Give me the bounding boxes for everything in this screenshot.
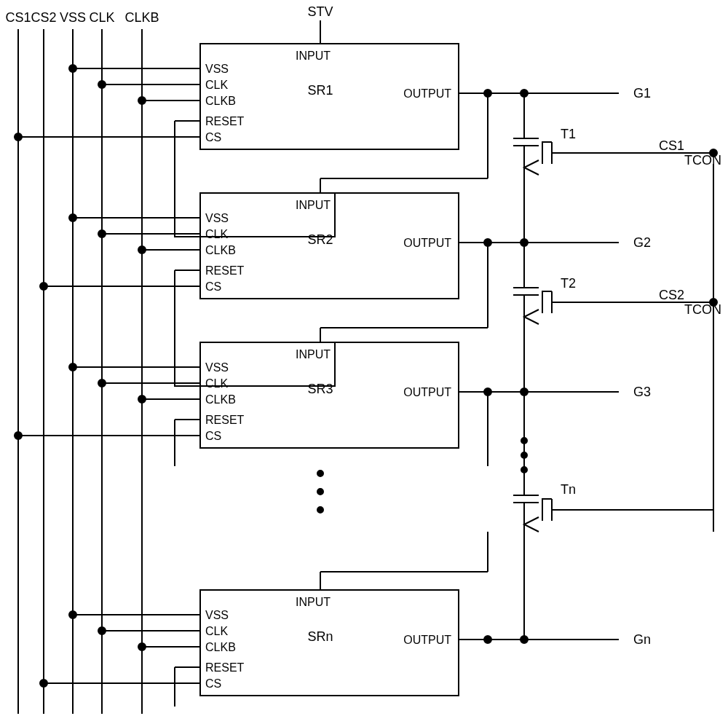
stv-label: STV — [307, 4, 333, 19]
bus-label-vss: VSS — [60, 10, 86, 25]
sr3-reset: RESET — [205, 414, 245, 426]
sr2-output-label: OUTPUT — [403, 237, 451, 249]
sr2-vss: VSS — [205, 212, 229, 224]
svg-point-71 — [317, 507, 323, 513]
svg-point-35 — [40, 283, 47, 290]
svg-point-73 — [521, 452, 527, 458]
svg-point-53 — [98, 379, 106, 387]
srn-reset: RESET — [205, 661, 245, 674]
svg-point-26 — [710, 149, 717, 157]
sr3-block: INPUT SR3 OUTPUT VSS CLK CLKB RESET CS — [200, 342, 459, 448]
sr2-clk: CLK — [205, 228, 228, 240]
svg-point-9 — [98, 81, 106, 88]
sr3-input-label: INPUT — [296, 348, 331, 361]
bus-lines — [18, 29, 142, 714]
bus-labels: CS1 CS2 VSS CLK CLKB — [5, 10, 159, 25]
sr1-clk: CLK — [205, 79, 228, 91]
sr1-cs: CS — [205, 131, 221, 143]
svg-point-13 — [15, 133, 22, 141]
svg-point-31 — [98, 230, 106, 237]
t1-transistor: T1 — [513, 93, 713, 243]
sr2-name: SR2 — [307, 232, 333, 247]
srn-name: SRn — [307, 629, 333, 644]
svg-point-79 — [98, 627, 106, 634]
sr2-block: INPUT SR2 OUTPUT VSS CLK CLKB RESET CS — [200, 193, 459, 299]
svg-point-69 — [317, 471, 323, 476]
sr2-clkb: CLKB — [205, 244, 236, 256]
tcon-cs2: CS2 — [659, 288, 684, 302]
svg-point-48 — [710, 299, 717, 306]
sr3-clk: CLK — [205, 377, 228, 390]
svg-point-90 — [521, 636, 528, 643]
sr1-clkb: CLKB — [205, 95, 236, 107]
ellipsis-dots — [317, 438, 527, 513]
tn-label: Tn — [561, 482, 576, 497]
g2-label: G2 — [633, 235, 651, 250]
svg-point-72 — [521, 438, 527, 444]
sr2-input-label: INPUT — [296, 199, 331, 211]
svg-point-77 — [69, 611, 76, 618]
svg-point-7 — [69, 65, 76, 72]
t2-label: T2 — [561, 276, 576, 291]
t1-label: T1 — [561, 127, 576, 141]
sr1-name: SR1 — [307, 83, 333, 98]
svg-point-29 — [69, 214, 76, 221]
bus-label-cs2: CS2 — [31, 10, 56, 25]
sr3-vss: VSS — [205, 361, 229, 374]
g1-label: G1 — [633, 86, 651, 101]
svg-point-11 — [138, 97, 146, 104]
sr3-clkb: CLKB — [205, 393, 236, 406]
sr3-cs: CS — [205, 430, 221, 442]
srn-block: INPUT SRn OUTPUT VSS CLK CLKB RESET CS — [200, 590, 459, 696]
tcon-cs1: CS1 — [659, 138, 684, 153]
svg-point-89 — [484, 636, 491, 643]
srn-output-label: OUTPUT — [403, 634, 451, 646]
srn-cs: CS — [205, 677, 221, 690]
sr3-name: SR3 — [307, 382, 333, 396]
sr2-cs: CS — [205, 280, 221, 293]
sr2-reset: RESET — [205, 264, 245, 277]
svg-point-55 — [138, 396, 146, 403]
svg-point-33 — [138, 246, 146, 253]
srn-input-label: INPUT — [296, 596, 331, 608]
srn-clk: CLK — [205, 625, 228, 637]
svg-point-70 — [317, 489, 323, 495]
sr1-block: INPUT SR1 OUTPUT VSS CLK CLKB RESET CS — [200, 44, 459, 149]
svg-point-81 — [138, 643, 146, 650]
t2-transistor: T2 — [513, 243, 713, 392]
svg-point-84 — [40, 680, 47, 687]
sr1-output-label: OUTPUT — [403, 87, 451, 100]
bus-label-clkb: CLKB — [124, 10, 159, 25]
svg-point-74 — [521, 467, 527, 473]
bus-label-clk: CLK — [89, 10, 114, 25]
srn-clkb: CLKB — [205, 641, 236, 653]
svg-point-58 — [15, 432, 22, 439]
sr3-output-label: OUTPUT — [403, 386, 451, 398]
tn-transistor: Tn — [513, 392, 713, 640]
sr1-vss: VSS — [205, 63, 229, 75]
srn-vss: VSS — [205, 609, 229, 621]
bus-label-cs1: CS1 — [5, 10, 31, 25]
sr1-reset: RESET — [205, 115, 245, 127]
g3-label: G3 — [633, 385, 651, 399]
gn-label: Gn — [633, 632, 651, 647]
sr1-input-label: INPUT — [296, 50, 331, 62]
svg-point-51 — [69, 363, 76, 371]
